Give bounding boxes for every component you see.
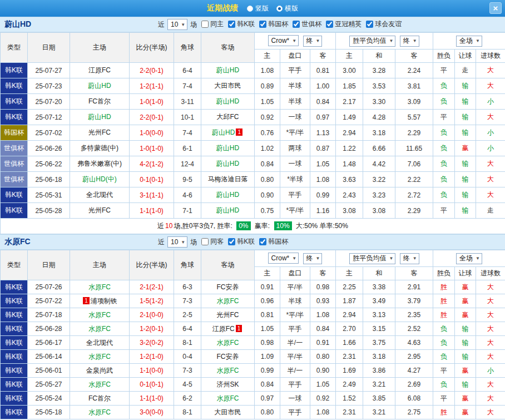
filter-checkbox[interactable]: 同客 (201, 237, 224, 246)
match-date: 25-07-26 (28, 280, 70, 294)
checkbox-label: 韩国杯 (268, 237, 288, 246)
radio-horizontal-layout[interactable]: 横版 (276, 4, 298, 13)
asian-odds: 一球 (280, 392, 310, 406)
result-flag: 负 (433, 78, 455, 94)
red-card-badge: 1 (236, 325, 242, 332)
match-score: 1-0(1-0) (130, 94, 174, 110)
result-flag: 走 (476, 203, 505, 219)
asian-odds: *平/半 (280, 203, 310, 219)
europe-odds: 1.52 (336, 392, 363, 406)
checkbox-input[interactable] (259, 21, 266, 28)
league-type: 韩K联 (1, 110, 28, 125)
team-name-text: FC首尔 (88, 394, 111, 402)
europe-stage-select[interactable]: 终 (400, 36, 419, 47)
filter-checkbox[interactable]: 韩K联 (228, 237, 255, 246)
result-flag: 平 (433, 364, 455, 378)
league-type: 韩K联 (1, 280, 28, 294)
match-date: 25-07-12 (28, 110, 70, 125)
close-button[interactable]: × (489, 2, 502, 14)
bookmaker-select[interactable]: Crow* (268, 35, 299, 46)
league-type: 韩K联 (1, 322, 28, 336)
asian-odds: 0.80 (255, 406, 280, 419)
games-label: 场 (190, 238, 197, 247)
team-name-text: 水原FC (217, 367, 239, 374)
result-flag: 负 (433, 378, 455, 392)
checkbox-input[interactable] (228, 21, 235, 28)
match-row: 韩K联25-07-23蔚山HD1-2(1-1)7-4大田市民0.89半球1.00… (1, 78, 505, 94)
match-table: 类型 日期 主场 比分(半场) 角球 客场 Crow* 终 胜平负均值 终 (0, 32, 505, 234)
result-flag: 大 (476, 378, 505, 392)
europe-odds: 3.08 (363, 203, 395, 219)
team-cell: 蔚山HD (201, 141, 255, 156)
bookmaker-select[interactable]: Crow* (268, 253, 299, 264)
filter-checkbox[interactable]: 韩K联 (228, 19, 255, 29)
league-type: 韩国杯 (1, 125, 28, 141)
checkbox-group: 同主韩K联韩国杯世俱杯亚冠精英球会友谊 (197, 19, 402, 29)
checkbox-input[interactable] (201, 21, 209, 28)
result-flag: 输 (455, 172, 476, 187)
checkbox-input[interactable] (259, 238, 266, 245)
checkbox-input[interactable] (228, 238, 235, 245)
league-type: 韩K联 (1, 63, 28, 78)
europe-odds: 2.94 (336, 125, 363, 141)
match-score: 2-2(0-1) (130, 110, 174, 125)
filter-checkbox[interactable]: 韩国杯 (259, 237, 288, 246)
match-date: 25-05-18 (28, 406, 70, 419)
filter-checkbox[interactable]: 韩国杯 (259, 19, 288, 29)
team-cell: 大邱FC (201, 110, 255, 125)
europe-stage-select[interactable]: 终 (400, 253, 419, 264)
asian-stage-select[interactable]: 终 (303, 253, 323, 264)
europe-odds-group-header: 胜平负均值 终 (336, 250, 433, 267)
checkbox-input[interactable] (366, 21, 373, 28)
team-name-text: 济州SK (216, 381, 239, 388)
result-flag: 大 (476, 172, 505, 187)
asian-stage-select[interactable]: 终 (303, 36, 323, 47)
europe-odds: 11.65 (395, 141, 433, 156)
europe-odds: 3.00 (336, 63, 363, 78)
match-row: 韩K联25-07-18水原FC2-1(0-0)2-5光州FC0.81*平/半1.… (1, 308, 505, 322)
subcol-europe-draw: 和 (363, 50, 395, 63)
radio-vertical-layout[interactable]: 竖版 (247, 4, 269, 13)
europe-odds: 1.69 (336, 364, 363, 378)
filter-checkbox[interactable]: 亚冠精英 (326, 19, 362, 29)
checkbox-input[interactable] (201, 238, 209, 245)
red-card-badge: 1 (83, 297, 90, 304)
scope-select[interactable]: 全场 (456, 36, 482, 47)
result-flag: 大 (476, 280, 505, 294)
scope-select[interactable]: 全场 (456, 253, 482, 264)
asian-odds: 平/半 (280, 350, 310, 364)
checkbox-input[interactable] (293, 21, 300, 28)
result-flag: 小 (476, 364, 505, 378)
league-type: 韩K联 (1, 336, 28, 350)
team-cell: FC安养 (201, 350, 255, 364)
europe-odds: 1.48 (336, 156, 363, 172)
match-row: 世俱杯25-06-18蔚山HD(中)0-1(0-1)9-5马梅洛迪日落0.80*… (1, 172, 505, 187)
team-cell: 蔚山HD (201, 156, 255, 172)
filter-checkbox[interactable]: 同主 (201, 19, 224, 29)
match-count-select[interactable]: 10 (167, 236, 187, 248)
match-score: 1-1(0-0) (130, 364, 174, 378)
col-header-away: 客场 (201, 33, 255, 63)
checkbox-label: 同客 (210, 237, 224, 246)
result-flag: 负 (433, 125, 455, 141)
asian-odds: 0.93 (310, 294, 336, 308)
result-flag: 平 (433, 110, 455, 125)
subcol-asian-home: 主 (255, 267, 280, 280)
team-name-text: 蔚山HD (216, 206, 239, 214)
europe-odds-select[interactable]: 胜平负均值 (349, 36, 395, 47)
match-rows: 韩K联25-07-27江原FC2-2(0-1)6-4蔚山HD1.08平手0.81… (1, 63, 505, 234)
asian-odds: *半球 (280, 172, 310, 187)
result-flag: 大 (476, 336, 505, 350)
asian-odds: 平手 (280, 322, 310, 336)
checkbox-input[interactable] (326, 21, 333, 28)
match-count-select[interactable]: 10 (167, 19, 187, 30)
team-name-text: 蔚山HD (212, 129, 235, 136)
europe-odds-select[interactable]: 胜平负均值 (349, 253, 395, 264)
asian-odds: 1.05 (310, 378, 336, 392)
europe-odds: 2.72 (395, 187, 433, 203)
europe-odds: 3.13 (363, 308, 395, 322)
filter-checkbox[interactable]: 球会友谊 (366, 19, 402, 29)
result-flag: 输 (455, 187, 476, 203)
subcol-result-wdl: 胜负 (433, 50, 455, 63)
filter-checkbox[interactable]: 世俱杯 (293, 19, 321, 29)
